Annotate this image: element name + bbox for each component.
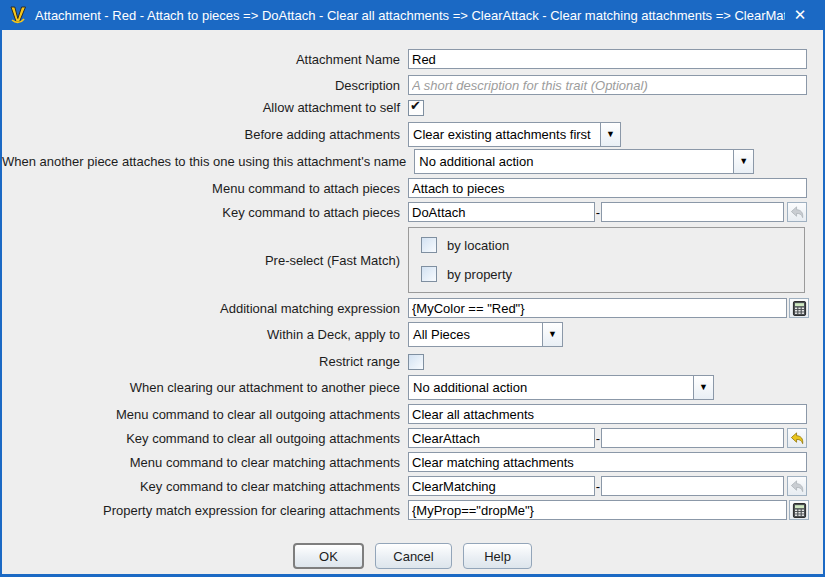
undo-icon [790, 431, 805, 446]
attachment-trait-dialog: Attachment - Red - Attach to pieces => D… [0, 0, 825, 577]
attachment-name-input[interactable] [408, 49, 807, 69]
by-property-label: by property [447, 267, 512, 282]
undo-icon [790, 479, 805, 494]
menu-clear-all-input[interactable] [408, 404, 807, 424]
deck-apply-dropdown[interactable]: All Pieces ▼ [408, 322, 563, 347]
undo-keystroke-button[interactable] [787, 428, 807, 448]
restrict-range-checkbox[interactable] [408, 354, 424, 370]
deck-apply-label: Within a Deck, apply to [2, 327, 408, 342]
chevron-down-icon[interactable]: ▼ [600, 123, 620, 146]
before-adding-value: Clear existing attachments first [409, 123, 600, 146]
dialog-content: Attachment Name Description Allow attach… [2, 30, 823, 574]
attachment-name-label: Attachment Name [2, 52, 408, 67]
menu-clear-match-label: Menu command to clear matching attachmen… [2, 455, 408, 470]
by-property-checkbox[interactable] [421, 266, 437, 282]
ok-button[interactable]: OK [293, 543, 364, 569]
key-clear-all-label: Key command to clear all outgoing attach… [2, 431, 408, 446]
menu-attach-label: Menu command to attach pieces [2, 181, 408, 196]
key-clear-all-name-input[interactable] [408, 428, 595, 448]
on-attach-value: No additional action [415, 150, 733, 173]
expression-builder-button[interactable] [789, 298, 809, 318]
undo-keystroke-button[interactable] [787, 476, 807, 496]
allow-self-checkbox[interactable]: ✔ [408, 100, 424, 116]
key-clear-match-label: Key command to clear matching attachment… [2, 479, 408, 494]
menu-attach-input[interactable] [408, 178, 807, 198]
preselect-panel: by location by property [408, 227, 805, 293]
titlebar[interactable]: Attachment - Red - Attach to pieces => D… [0, 0, 825, 30]
key-attach-keystroke-input[interactable] [601, 202, 784, 222]
undo-keystroke-button[interactable] [787, 202, 807, 222]
menu-clear-match-input[interactable] [408, 452, 807, 472]
on-attach-dropdown[interactable]: No additional action ▼ [414, 149, 754, 174]
key-attach-label: Key command to attach pieces [2, 205, 408, 220]
restrict-range-label: Restrict range [2, 354, 408, 369]
check-icon: ✔ [410, 98, 421, 114]
close-icon[interactable]: ✕ [785, 0, 815, 30]
before-adding-dropdown[interactable]: Clear existing attachments first ▼ [408, 122, 621, 147]
key-attach-name-input[interactable] [408, 202, 595, 222]
on-clear-value: No additional action [409, 376, 693, 399]
preselect-label: Pre-select (Fast Match) [2, 253, 408, 268]
calculator-icon [792, 503, 807, 518]
key-clear-match-keystroke-input[interactable] [601, 476, 784, 496]
allow-self-label: Allow attachment to self [2, 100, 408, 115]
description-label: Description [2, 78, 408, 93]
key-clear-match-name-input[interactable] [408, 476, 595, 496]
deck-apply-value: All Pieces [409, 323, 542, 346]
clear-expr-input[interactable] [408, 500, 787, 520]
help-button[interactable]: Help [463, 543, 532, 569]
by-location-label: by location [447, 238, 509, 253]
undo-icon [790, 205, 805, 220]
match-expr-input[interactable] [408, 298, 787, 318]
window-title: Attachment - Red - Attach to pieces => D… [35, 8, 785, 23]
on-clear-label: When clearing our attachment to another … [2, 380, 408, 395]
on-clear-dropdown[interactable]: No additional action ▼ [408, 375, 714, 400]
calculator-icon [792, 301, 807, 316]
description-input[interactable] [408, 75, 807, 95]
chevron-down-icon[interactable]: ▼ [542, 323, 562, 346]
menu-clear-all-label: Menu command to clear all outgoing attac… [2, 407, 408, 422]
match-expr-label: Additional matching expression [2, 301, 408, 316]
vassal-logo-icon [8, 5, 28, 25]
cancel-button[interactable]: Cancel [375, 543, 452, 569]
chevron-down-icon[interactable]: ▼ [693, 376, 713, 399]
before-adding-label: Before adding attachments [2, 127, 408, 142]
key-clear-all-keystroke-input[interactable] [601, 428, 784, 448]
clear-expr-label: Property match expression for clearing a… [2, 503, 408, 518]
chevron-down-icon[interactable]: ▼ [733, 150, 753, 173]
expression-builder-button[interactable] [789, 500, 809, 520]
on-attach-label: When another piece attaches to this one … [2, 154, 414, 169]
by-location-checkbox[interactable] [421, 237, 437, 253]
